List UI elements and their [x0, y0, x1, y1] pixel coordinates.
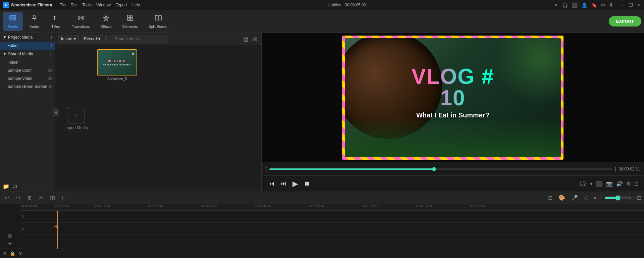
svg-rect-2	[10, 15, 16, 20]
svg-rect-14	[127, 18, 130, 20]
progress-bar[interactable]	[269, 168, 612, 170]
monitor-icon[interactable]: ⬛	[596, 180, 603, 187]
svg-rect-12	[127, 15, 130, 17]
timeline-split-icon[interactable]: ▪	[592, 194, 598, 202]
zoom-in-button[interactable]: +	[633, 195, 636, 201]
svg-text:T: T	[53, 15, 56, 21]
close-button[interactable]: ✕	[636, 2, 641, 8]
media-thumbnail-snapshot5[interactable]: VLOG # 10 What I Eat in Summer? ▶ Snapsh…	[97, 49, 137, 188]
export-button[interactable]: EXPORT	[609, 16, 641, 27]
snapshot-icon[interactable]: 📷	[606, 180, 613, 187]
mail-icon[interactable]: ✉	[601, 2, 605, 8]
grid-view-icon[interactable]: ⊞	[252, 35, 259, 43]
sample-color-count: 24	[48, 68, 52, 72]
vlog-thumb-title: VLOG # 10	[108, 59, 126, 63]
sample-video-count: 20	[48, 76, 52, 81]
volume-icon[interactable]: 🔊	[616, 180, 623, 187]
audio-ducking-icon[interactable]: ◫	[48, 194, 57, 202]
search-wrapper: 🔍	[105, 35, 240, 43]
step-back-button[interactable]: ⏭	[279, 179, 288, 189]
undo-button[interactable]: ↩	[3, 194, 11, 202]
project-media-chevron: ▼	[3, 35, 7, 40]
search-input[interactable]	[105, 35, 168, 43]
tool-transitions[interactable]: Transitions	[67, 12, 94, 31]
ruler-1m10s: 00:01:10:00	[416, 205, 432, 208]
storage-icon[interactable]: ⬛	[572, 2, 578, 8]
import-plus-button[interactable]: +	[68, 107, 85, 123]
tool-elements[interactable]: Elements	[118, 12, 143, 31]
shared-media-section: ▼ Shared Media 0 Folder Sample Color 24 …	[0, 50, 55, 91]
timeline-mic-icon[interactable]: 🎤	[569, 194, 580, 202]
import-dropdown[interactable]: Import ▾	[58, 35, 79, 43]
tool-splitscreen[interactable]: Split Screen	[144, 12, 173, 31]
redo-button[interactable]: ↪	[14, 194, 22, 202]
menu-file[interactable]: File	[59, 3, 66, 7]
timeline-area: ↩ ↪ 🗑 ✂ ◫ ⊢ ⊡ 🎨 🎤 ◁ ▪ − + ⊡ ⛓ ⊕	[0, 192, 644, 258]
rewind-button[interactable]: ⏮	[267, 179, 276, 189]
restore-button[interactable]: ❐	[628, 2, 633, 8]
tool-media[interactable]: Media	[3, 12, 23, 31]
sample-video-label: Sample Video	[7, 76, 33, 81]
menu-export[interactable]: Export	[115, 3, 127, 7]
out-point-marker[interactable]: ]	[615, 167, 616, 171]
menu-edit[interactable]: Edit	[70, 3, 77, 7]
menu-window[interactable]: Window	[96, 3, 111, 7]
app-logo: F	[3, 2, 9, 8]
headphone-icon[interactable]: 🎧	[562, 2, 568, 8]
minimize-button[interactable]: ─	[620, 2, 625, 8]
bookmark-icon[interactable]: 🔖	[591, 2, 597, 8]
filter-icon[interactable]: ▤	[242, 35, 250, 43]
timeline-color-icon[interactable]: 🎨	[556, 194, 567, 202]
import-dropdown-label: Import	[61, 37, 72, 41]
record-dropdown[interactable]: Record ▾	[81, 35, 103, 43]
project-media-header[interactable]: ▼ Project Media 1	[0, 33, 55, 42]
sample-color-item[interactable]: Sample Color 24	[0, 66, 55, 74]
delete-folder-icon[interactable]: 🗂	[12, 183, 17, 190]
person-icon[interactable]: 👤	[582, 2, 587, 8]
media-browser: Import ▾ Record ▾ 🔍 ▤ ⊞ + Import Media	[55, 33, 262, 192]
shared-media-header[interactable]: ▼ Shared Media 0	[0, 50, 55, 58]
detach-audio-icon[interactable]: ⊢	[60, 194, 68, 202]
lock-icon[interactable]: 🔒	[10, 251, 15, 256]
new-folder-icon[interactable]: 📁	[3, 183, 9, 190]
timeline-settings-icon[interactable]: ⊡	[546, 194, 554, 202]
menu-help[interactable]: Help	[132, 3, 140, 7]
sample-green-screen-item[interactable]: Sample Green Screen 10	[0, 83, 55, 91]
cut-button[interactable]: ✂	[37, 194, 45, 202]
toolbar: Media Audio T Titles Transitions	[0, 10, 644, 33]
play-button[interactable]: ▶	[291, 178, 300, 190]
sample-video-item[interactable]: Sample Video 20	[0, 74, 55, 83]
elements-icon	[126, 14, 134, 23]
sun-icon[interactable]: ☀	[554, 2, 558, 8]
expand-icon[interactable]: ⊡	[634, 180, 639, 187]
download-icon[interactable]: ⬇	[609, 2, 613, 8]
menu-tools[interactable]: Tools	[82, 3, 92, 7]
tool-titles[interactable]: T Titles	[46, 12, 66, 31]
playhead[interactable]: ✂	[57, 211, 58, 249]
tool-audio[interactable]: Audio	[24, 12, 44, 31]
video-preview-content: VLOG # 10 What I Eat in Summer?	[342, 36, 564, 160]
stop-button[interactable]: ⏹	[303, 179, 312, 189]
record-dropdown-label: Record	[84, 37, 97, 41]
project-folder-item[interactable]: Folder 1	[0, 42, 55, 50]
settings-icon[interactable]: ⚙	[626, 180, 631, 187]
tool-titles-label: Titles	[51, 24, 60, 29]
timeline-ruler: 00:00:00:00 00:00:05:00 00:00:10:00 00:0…	[20, 204, 644, 211]
left-panel-collapse-button[interactable]: ◀	[53, 108, 59, 116]
tool-effects[interactable]: Effects	[96, 12, 116, 31]
page-dropdown[interactable]: ▾	[590, 180, 593, 187]
svg-rect-4	[13, 17, 15, 17]
effects-icon	[102, 14, 110, 23]
zoom-slider[interactable]	[604, 195, 631, 201]
timeline-vol-icon[interactable]: ◁	[582, 194, 590, 202]
eye-icon[interactable]: 👁	[18, 251, 23, 256]
link-icon[interactable]: ⛓	[8, 233, 12, 239]
zoom-fit-button[interactable]: ⊡	[637, 195, 641, 201]
shared-folder-item[interactable]: Folder	[0, 58, 55, 66]
timeline-bottom-bar: ⚙ 🔒 👁	[0, 249, 644, 258]
track-settings-icon[interactable]: ⚙	[3, 251, 7, 256]
delete-button[interactable]: 🗑	[25, 194, 34, 202]
zoom-out-button[interactable]: −	[600, 195, 603, 201]
in-point-marker[interactable]: [	[266, 167, 267, 171]
magnet-icon[interactable]: ⊕	[8, 241, 12, 246]
